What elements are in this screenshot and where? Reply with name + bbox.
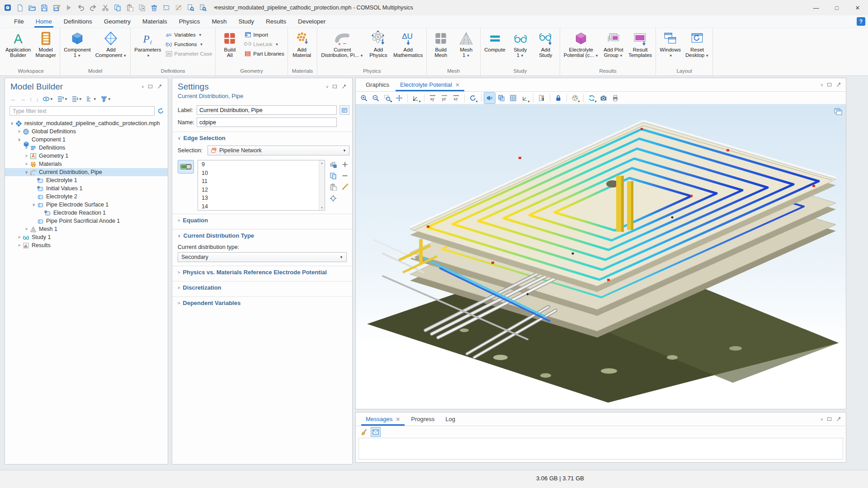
functions-button[interactable]: f(x)Functions▼: [165, 41, 212, 48]
float-panel-icon[interactable]: [332, 84, 338, 90]
move-up-button[interactable]: ↑: [29, 96, 33, 103]
show-button[interactable]: ▼: [42, 95, 53, 103]
pin-icon[interactable]: [341, 84, 348, 90]
menu-results[interactable]: Results: [260, 16, 292, 28]
build-all-button[interactable]: BuildAll: [217, 30, 242, 59]
tab-messages[interactable]: Messages✕: [360, 413, 406, 426]
color-legend-button[interactable]: [536, 93, 547, 103]
variables-button[interactable]: a=Variables▼: [165, 31, 212, 38]
go-to-view-button[interactable]: ▼: [410, 93, 421, 103]
menu-developer[interactable]: Developer: [292, 16, 332, 28]
add-component-button[interactable]: AddComponent▼: [93, 30, 129, 59]
new-file-icon[interactable]: [16, 4, 24, 12]
expander-icon[interactable]: ∨: [23, 170, 30, 174]
mail-button[interactable]: [371, 427, 380, 436]
back-arrow-button[interactable]: ←: [10, 96, 16, 103]
add-button[interactable]: [340, 160, 349, 169]
menu-home[interactable]: Home: [30, 16, 58, 28]
brush-button[interactable]: [340, 183, 349, 192]
livelink-button[interactable]: LiveLink▼: [244, 41, 284, 48]
tab-progress[interactable]: Progress: [406, 413, 440, 426]
model-tree-node-text-button[interactable]: ▼: [86, 95, 97, 103]
edge-list-item[interactable]: 11: [198, 177, 325, 186]
name-field[interactable]: [197, 117, 337, 127]
update-button[interactable]: ▼: [586, 93, 597, 103]
close-tab-icon[interactable]: ✕: [455, 82, 460, 88]
grid-button[interactable]: [508, 93, 519, 103]
windows-button[interactable]: Windows▼: [657, 30, 683, 59]
edge-list-item[interactable]: 9: [198, 160, 325, 169]
create-selection-button[interactable]: [329, 160, 338, 169]
delete-icon[interactable]: [150, 4, 158, 12]
move-down-button[interactable]: ↓: [36, 96, 39, 103]
tree-node-results[interactable]: >Results: [5, 241, 168, 249]
transparency-button[interactable]: [496, 93, 507, 103]
menu-materials[interactable]: Materials: [137, 16, 173, 28]
expander-icon[interactable]: >: [23, 162, 30, 166]
expander-icon[interactable]: >: [16, 243, 23, 248]
tree-node-electrolyte-2[interactable]: Electrolyte 2: [5, 192, 168, 201]
paste-button[interactable]: [329, 183, 338, 192]
menu-definitions[interactable]: Definitions: [58, 16, 98, 28]
section-physics-vs-materials-reference-electrode-potential[interactable]: >Physics vs. Materials Reference Electro…: [172, 266, 352, 278]
menu-study[interactable]: Study: [232, 16, 260, 28]
tree-node-geometry-1[interactable]: >AGeometry 1: [5, 152, 168, 160]
close-tab-icon[interactable]: ✕: [396, 416, 400, 422]
parameters-button[interactable]: PiParameters▼: [132, 30, 163, 59]
build-mesh-button[interactable]: BuildMesh: [428, 30, 453, 59]
tree-node-current-distribution-pipe[interactable]: ∨+−Current Distribution, Pipe: [5, 168, 168, 176]
active-toggle-button[interactable]: [178, 160, 194, 174]
panel-menu-icon[interactable]: ∨: [820, 83, 823, 87]
refresh-icon[interactable]: [157, 108, 164, 114]
edge-list-item[interactable]: 14: [198, 202, 325, 211]
study-button[interactable]: Study1▼: [508, 30, 533, 59]
mesh-button[interactable]: Mesh1▼: [453, 30, 479, 59]
section-current-distribution-type[interactable]: ∨ Current Distribution Type: [172, 230, 352, 241]
lock-button[interactable]: [553, 93, 564, 103]
compute-button[interactable]: Compute: [482, 30, 508, 53]
reset-desktop-button[interactable]: ResetDesktop▼: [683, 30, 711, 59]
zoom-extents-button[interactable]: [394, 93, 405, 103]
duplicate-icon[interactable]: [138, 4, 146, 12]
clear-selection-icon[interactable]: [175, 4, 183, 12]
tree-node-component-1[interactable]: ∨Component 1: [5, 136, 168, 144]
save-as-icon[interactable]: [52, 4, 61, 12]
scene-light-button[interactable]: [484, 93, 495, 103]
undo-icon[interactable]: [77, 4, 85, 12]
add-material-button[interactable]: AddMaterial: [289, 30, 315, 59]
model-manager-button[interactable]: ModelManager: [33, 30, 58, 59]
find-icon[interactable]: [187, 4, 195, 12]
expand-list-button[interactable]: ▼: [71, 95, 82, 103]
edge-list-item[interactable]: 10: [198, 169, 325, 178]
pin-icon[interactable]: [836, 82, 842, 88]
expander-icon[interactable]: >: [16, 129, 23, 134]
zoom-box-button[interactable]: ▼: [382, 93, 393, 103]
plot-window-icon[interactable]: [834, 108, 842, 117]
zoom-to-selection-button[interactable]: [329, 194, 338, 203]
collapse-list-button[interactable]: ▼: [57, 95, 68, 103]
help-button[interactable]: ?: [857, 17, 865, 26]
camera-button[interactable]: [598, 93, 609, 103]
filter-input[interactable]: [9, 106, 155, 116]
view-yz-button[interactable]: yz: [439, 93, 450, 103]
find-replace-icon[interactable]: [199, 4, 207, 12]
tree-node-electrolyte-1[interactable]: DElectrolyte 1: [5, 176, 168, 184]
zoom-out-button[interactable]: [370, 93, 381, 103]
result-templates-button[interactable]: ResultTemplates: [626, 30, 654, 59]
minimize-icon[interactable]: —: [806, 0, 826, 15]
print-button[interactable]: [610, 93, 621, 103]
edge-list-item[interactable]: 12: [198, 186, 325, 194]
copy-icon[interactable]: [113, 4, 122, 12]
add-mathematics-button[interactable]: ΔUAddMathematics: [391, 30, 425, 59]
tree-node-resistor-modulated-pipeline-cathodic-protection-mph[interactable]: ∨resistor_modulated_pipeline_cathodic_pr…: [5, 119, 168, 127]
zoom-in-button[interactable]: [359, 93, 369, 103]
selection-dropdown[interactable]: Pipeline Network ▼: [208, 145, 349, 155]
menu-file[interactable]: File: [8, 16, 30, 28]
float-panel-icon[interactable]: [826, 416, 833, 422]
tree-node-global-definitions[interactable]: >Global Definitions: [5, 127, 168, 136]
copy-button[interactable]: [329, 171, 338, 180]
panel-menu-icon[interactable]: ∨: [326, 84, 329, 89]
select-box-icon[interactable]: [162, 4, 170, 12]
menu-geometry[interactable]: Geometry: [98, 16, 137, 28]
add-plot-group-button[interactable]: Add PlotGroup▼: [601, 30, 626, 59]
